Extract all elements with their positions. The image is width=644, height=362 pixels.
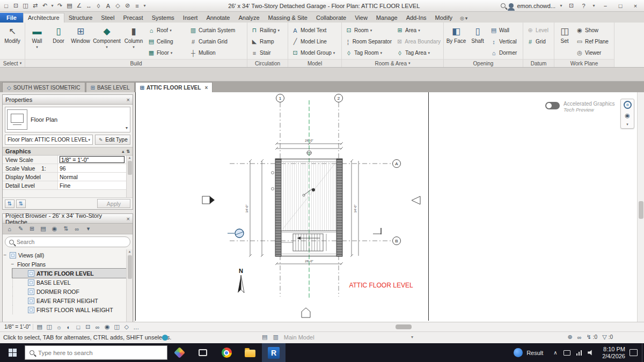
network-icon[interactable] <box>576 350 582 356</box>
tree-item-eave-rafter-height[interactable]: EAVE RAFTER HEIGHT <box>12 296 126 305</box>
railing-button[interactable]: ⊓Railing▾ <box>248 25 287 36</box>
undo-chevron-icon[interactable]: ▾ <box>50 1 55 11</box>
display-model-value[interactable]: Normal <box>58 173 126 181</box>
file-explorer-button[interactable] <box>238 343 262 362</box>
expand-all-icon[interactable]: ⇅ <box>126 149 130 154</box>
model-group-button[interactable]: ⊡Model Group▾ <box>289 47 340 58</box>
tree-item-first-floor-wall-height[interactable]: FIRST FLOOR WALL HEIGHT <box>12 305 126 314</box>
tab-structure[interactable]: Structure <box>64 13 97 23</box>
search-icon[interactable] <box>501 3 506 8</box>
close-button[interactable]: × <box>630 1 641 11</box>
browser-more-icon[interactable]: ▾ <box>83 224 93 233</box>
browser-edit-icon[interactable]: ✎ <box>16 224 26 233</box>
elevation-marker-south[interactable] <box>302 308 310 317</box>
column-button[interactable]: ▮ Column▾ <box>122 24 145 59</box>
tab-view[interactable]: View <box>350 13 372 23</box>
browser-search-box[interactable] <box>5 237 130 247</box>
collapse-node-icon[interactable]: − <box>10 261 15 267</box>
tab-architecture[interactable]: Architecture <box>23 13 64 23</box>
measure-icon[interactable]: ∠ <box>75 1 84 11</box>
taskbar-clock[interactable]: 8:10 PM 2/4/2026 <box>599 346 628 360</box>
model-line-button[interactable]: ╱Model Line <box>289 36 340 47</box>
window-button[interactable]: ⊞ Window <box>69 24 92 59</box>
area-button[interactable]: ⊞Area▾ <box>394 25 443 36</box>
view-scale-button[interactable]: 1/8" = 1'-0" <box>2 324 33 330</box>
tab-precast[interactable]: Precast <box>119 13 147 23</box>
tag-icon[interactable]: ◊ <box>94 1 103 11</box>
lock-3d-view-icon[interactable]: ◫ <box>113 323 121 331</box>
more-view-controls-icon[interactable]: … <box>132 323 141 331</box>
minimize-button[interactable]: − <box>599 1 611 11</box>
modify-button[interactable]: ↖ Modify <box>1 24 24 59</box>
steering-wheel-icon[interactable] <box>624 101 632 109</box>
sync-icon[interactable]: ⇄ <box>31 1 40 11</box>
area-boundary-button[interactable]: ⊠Area Boundary <box>394 36 443 47</box>
default-3d-view-icon[interactable]: ◇ <box>113 1 122 11</box>
tray-overflow-icon[interactable]: ∧ <box>553 350 557 356</box>
model-text-button[interactable]: AModel Text <box>289 25 340 36</box>
vertical-opening-button[interactable]: ↕Vertical <box>488 36 521 47</box>
tab-massing-site[interactable]: Massing & Site <box>264 13 312 23</box>
graphics-group-header[interactable]: Graphics ▴⇅ <box>3 147 133 156</box>
print-icon[interactable]: ▤ <box>65 1 74 11</box>
ramp-button[interactable]: ◣Ramp <box>248 36 287 47</box>
taskbar-search-input[interactable] <box>38 350 163 356</box>
navbar-chevron-icon[interactable]: ▾ <box>626 122 628 127</box>
sort-ascending-icon[interactable]: ⇅ <box>5 200 14 208</box>
curtain-grid-button[interactable]: #Curtain Grid <box>187 36 245 47</box>
section-marker[interactable] <box>228 229 244 238</box>
vertical-scrollbar[interactable] <box>637 92 644 322</box>
tree-node-floor-plans[interactable]: − Floor Plans <box>3 260 126 269</box>
account-icon[interactable] <box>509 3 514 8</box>
display-icon[interactable] <box>564 350 570 356</box>
wall-opening-button[interactable]: ▤Wall <box>488 25 521 36</box>
dimension-right[interactable]: 34'-0" <box>350 159 358 257</box>
mullion-button[interactable]: ┼Mullion <box>187 47 245 58</box>
show-crop-region-icon[interactable]: ⊡ <box>84 323 92 331</box>
viewer-button[interactable]: ◎Viewer <box>574 47 612 58</box>
status-filter-icon[interactable]: ▽ <box>602 334 606 341</box>
reveal-hidden-elements-icon[interactable]: ◉ <box>103 323 112 331</box>
door-button[interactable]: ▯ Door <box>48 24 69 59</box>
stair-button[interactable]: ≡Stair <box>248 47 287 58</box>
section-icon[interactable]: ⊘ <box>123 1 132 11</box>
close-view-tab-icon[interactable]: × <box>204 85 208 91</box>
tab-steel[interactable]: Steel <box>97 13 119 23</box>
status-glasses-icon[interactable]: ∞ <box>577 334 582 341</box>
browser-preview-icon[interactable]: ◉ <box>49 224 60 233</box>
signed-in-user[interactable]: emon.chowd... <box>517 3 555 9</box>
accelerated-graphics-toggle[interactable] <box>545 102 560 109</box>
selection-toggle-icon[interactable]: ◎ <box>460 16 464 21</box>
tag-area-button[interactable]: ◊Tag Area▾ <box>394 47 443 58</box>
room-area-panel-footer[interactable]: Room & Area▾ <box>342 59 443 67</box>
grid-button[interactable]: #Grid <box>524 36 553 47</box>
garage-building[interactable] <box>272 159 343 256</box>
dormer-opening-button[interactable]: ⌂Dormer <box>488 47 521 58</box>
component-button[interactable]: ◆ Component▾ <box>92 24 122 59</box>
close-properties-icon[interactable]: × <box>127 97 130 103</box>
type-selector[interactable]: Floor Plan ▾ <box>5 107 130 132</box>
ref-plane-button[interactable]: ▭Ref Plane <box>574 36 612 47</box>
apply-button[interactable]: Apply <box>97 199 130 208</box>
drawing-area[interactable]: 1 2 A B 26'-0" <box>0 92 644 322</box>
shadows-icon[interactable]: ◐ <box>64 323 73 331</box>
tab-analyze[interactable]: Analyze <box>234 13 264 23</box>
sort-grouping-icon[interactable]: ⇅ <box>16 200 26 208</box>
wall-button[interactable]: ▬ Wall▾ <box>26 24 48 59</box>
shaft-opening-button[interactable]: ▯ Shaft <box>467 24 488 59</box>
save-icon[interactable]: ◫ <box>21 1 30 11</box>
east-wall[interactable] <box>336 159 342 256</box>
floor-button[interactable]: ▦Floor▾ <box>145 47 187 58</box>
action-center-icon[interactable] <box>630 349 638 356</box>
browser-list-icon[interactable]: ▤ <box>38 224 48 233</box>
maximize-button[interactable]: □ <box>614 1 626 11</box>
north-arrow[interactable]: N <box>238 268 244 293</box>
view-scale-input[interactable] <box>60 156 125 163</box>
tab-addins[interactable]: Add-Ins <box>402 13 431 23</box>
browser-link-icon[interactable]: ∞ <box>72 224 82 233</box>
tab-modify[interactable]: Modify <box>431 13 457 23</box>
instance-selector[interactable]: Floor Plan: ATTIC FLOOR LEVEL ▾ <box>5 135 93 145</box>
detail-level-icon[interactable]: ▤ <box>35 323 44 331</box>
isometric-icon[interactable]: ◇ <box>122 323 131 331</box>
taskbar-search-box[interactable] <box>25 345 167 360</box>
